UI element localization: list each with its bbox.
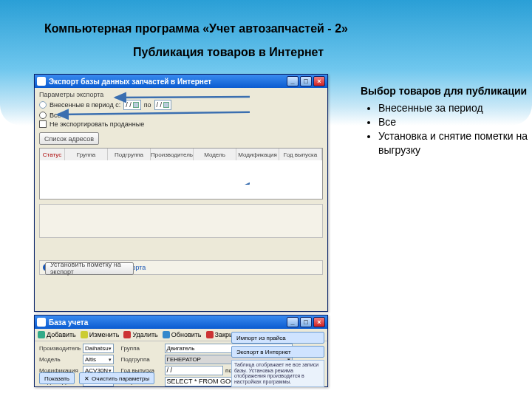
- slide-heading-1: Компьютерная программа «Учет автозапчаст…: [44, 22, 348, 35]
- radio-all-label: Все: [50, 112, 61, 119]
- group-label: Параметры экспорта: [39, 91, 323, 98]
- radio-period-label: Внесенные в период с:: [50, 101, 120, 109]
- delete-button[interactable]: Удалить: [123, 331, 157, 338]
- callout-list: Внесенные за период Все Установка и снят…: [378, 101, 531, 157]
- callout-block: Выбор товаров для публикации Внесенные з…: [361, 84, 531, 157]
- minimize-button[interactable]: _: [287, 317, 299, 327]
- slide-heading-2: Публикация товаров в Интернет: [133, 46, 324, 59]
- callout-item: Внесенные за период: [378, 101, 531, 115]
- date-from[interactable]: / /: [123, 100, 141, 110]
- callout-item: Установка и снятие пометки на выгрузку: [378, 129, 531, 157]
- callout-title: Выбор товаров для публикации: [361, 84, 531, 98]
- date-to[interactable]: / /: [154, 100, 172, 110]
- reset-button[interactable]: ✕Очистить параметры: [79, 372, 154, 384]
- base-window: База учета _ □ × Добавить Изменить Удали…: [34, 315, 328, 387]
- export-internet-button[interactable]: Экспорт в Интернет: [231, 346, 324, 358]
- manufacturer-select[interactable]: Daihatsu▾: [83, 344, 114, 353]
- calendar-icon[interactable]: [163, 102, 169, 108]
- window-title: Экспорт базы данных запчастей в Интернет: [49, 78, 211, 86]
- year-from[interactable]: / /: [165, 366, 223, 375]
- radio-period[interactable]: [39, 101, 47, 109]
- add-button[interactable]: Добавить: [38, 331, 76, 338]
- show-button[interactable]: Показать: [39, 372, 75, 384]
- import-price-button[interactable]: Импорт из прайса: [231, 332, 324, 344]
- col-subgroup[interactable]: Подгруппа: [108, 149, 151, 160]
- addresses-button[interactable]: Список адресов: [39, 132, 99, 145]
- calendar-icon[interactable]: [133, 102, 139, 108]
- data-grid[interactable]: Статус Группа Подгруппа Производитель Мо…: [39, 148, 323, 200]
- export-window: Экспорт базы данных запчастей в Интернет…: [34, 74, 328, 312]
- minimize-button[interactable]: _: [287, 76, 299, 86]
- model-select[interactable]: Altis▾: [83, 355, 114, 364]
- date-to-label: по: [144, 101, 151, 109]
- refresh-button[interactable]: Обновить: [163, 331, 202, 338]
- col-status[interactable]: Статус: [40, 149, 65, 160]
- check-skip-sold-label: Не экспортировать проданные: [50, 120, 144, 128]
- hint-text: Таблица отображает не все записи базы. У…: [231, 360, 324, 387]
- radio-all[interactable]: [39, 112, 47, 119]
- window-title: База учета: [49, 318, 88, 327]
- callout-item: Все: [378, 115, 531, 129]
- edit-button[interactable]: Изменить: [81, 331, 120, 338]
- col-group[interactable]: Группа: [65, 149, 108, 160]
- titlebar[interactable]: Экспорт базы данных запчастей в Интернет…: [35, 75, 327, 88]
- col-modification[interactable]: Модификация: [236, 149, 279, 160]
- maximize-button[interactable]: □: [300, 76, 312, 86]
- close-button[interactable]: ×: [313, 317, 325, 327]
- col-model[interactable]: Модель: [194, 149, 236, 160]
- mark-export-button[interactable]: Установить пометку на экспорт: [45, 262, 134, 275]
- app-icon: [37, 318, 46, 327]
- check-skip-sold[interactable]: [39, 120, 47, 128]
- maximize-button[interactable]: □: [300, 317, 312, 327]
- close-button[interactable]: ×: [313, 76, 325, 86]
- titlebar[interactable]: База учета _ □ ×: [35, 316, 327, 329]
- col-manufacturer[interactable]: Производитель: [151, 149, 194, 160]
- col-year[interactable]: Год выпуска: [279, 149, 322, 160]
- app-icon: [37, 77, 46, 86]
